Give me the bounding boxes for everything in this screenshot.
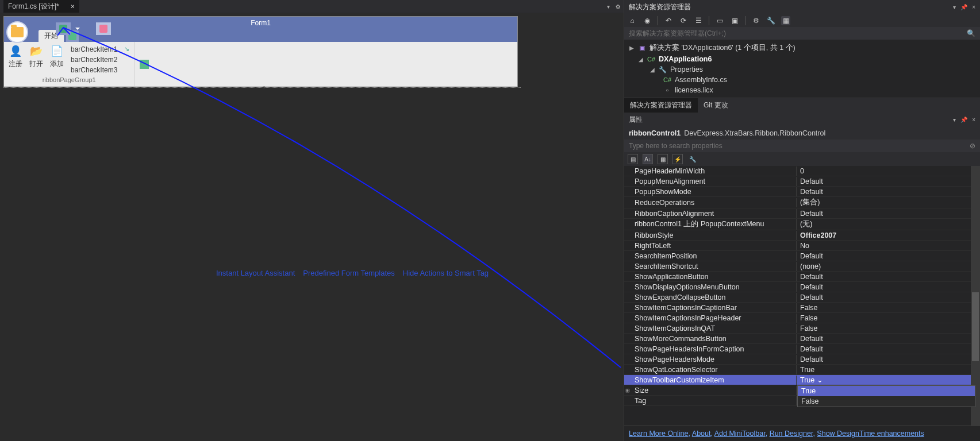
property-row[interactable]: SearchItemShortcut(none): [624, 261, 980, 272]
application-button[interactable]: [6, 21, 28, 43]
solution-search[interactable]: 🔍: [624, 27, 980, 40]
scrollbar-thumb[interactable]: [972, 292, 979, 361]
learn-more-link[interactable]: Learn More Online: [629, 430, 689, 438]
qat-add-item[interactable]: [96, 22, 111, 35]
file-node[interactable]: ▫ licenses.licx: [624, 85, 980, 95]
solution-root[interactable]: ▶ ▣ 解决方案 'DXApplication6' (1 个项目, 共 1 个): [624, 42, 980, 54]
add-ribbon-group-button[interactable]: [134, 42, 154, 86]
categorized-icon[interactable]: ▤: [628, 154, 638, 164]
property-value[interactable]: Default: [797, 177, 980, 186]
property-row[interactable]: ShowQatLocationSelectorTrue: [624, 365, 980, 375]
property-row[interactable]: ShowApplicationButtonDefault: [624, 272, 980, 282]
property-row[interactable]: ShowItemCaptionsInCaptionBarFalse: [624, 303, 980, 313]
qat-item[interactable]: [56, 22, 71, 35]
property-search-input[interactable]: [629, 142, 970, 150]
property-value[interactable]: Default: [797, 187, 980, 196]
property-row[interactable]: ShowDisplayOptionsMenuButtonDefault: [624, 282, 980, 292]
chevron-down-icon[interactable]: ⌄: [814, 376, 823, 384]
bar-check-item[interactable]: barCheckItem2: [71, 56, 117, 64]
bar-check-item[interactable]: barCheckItem1: [71, 45, 117, 53]
property-value[interactable]: (none): [797, 262, 980, 271]
property-search[interactable]: ⊘: [624, 140, 980, 152]
document-tab[interactable]: Form1.cs [设计]* ×: [3, 0, 79, 13]
property-row[interactable]: ShowItemCaptionsInQATFalse: [624, 323, 980, 334]
events-icon[interactable]: ⚡: [672, 154, 683, 164]
property-row[interactable]: RightToLeftNo: [624, 241, 980, 251]
property-value[interactable]: Default: [797, 252, 980, 261]
bar-check-item[interactable]: barCheckItem3: [71, 66, 117, 74]
property-row[interactable]: ShowToolbarCustomizeItemTrue ⌄: [624, 375, 980, 385]
ribbon-button-register[interactable]: 👤 注册: [9, 44, 22, 69]
collapse-icon[interactable]: ◢: [638, 56, 644, 63]
property-value[interactable]: Default: [797, 355, 980, 364]
file-node[interactable]: C# AssemblyInfo.cs: [624, 75, 980, 85]
property-value[interactable]: Default: [797, 209, 980, 218]
property-grid[interactable]: PageHeaderMinWidth0PopupMenuAlignmentDef…: [624, 166, 980, 425]
sync-icon[interactable]: ◉: [643, 16, 652, 25]
property-row[interactable]: ShowMoreCommandsButtonDefault: [624, 334, 980, 344]
property-row[interactable]: PageHeaderMinWidth0: [624, 166, 980, 176]
pin-icon[interactable]: 📌: [960, 4, 967, 10]
property-value[interactable]: False: [797, 303, 980, 312]
ribbon-button-open[interactable]: 📂 打开: [29, 44, 43, 69]
property-row[interactable]: ribbonControl1 上的 PopupContextMenu(无): [624, 219, 980, 230]
property-row[interactable]: RibbonCaptionAlignmentDefault: [624, 208, 980, 219]
property-value[interactable]: False: [797, 324, 980, 333]
property-row[interactable]: ReduceOperations(集合): [624, 197, 980, 208]
group-dialog-launcher-icon[interactable]: ↘: [124, 45, 129, 53]
solution-search-input[interactable]: [629, 29, 967, 37]
property-value[interactable]: (无): [797, 219, 980, 230]
show-all-icon[interactable]: ▭: [715, 16, 724, 25]
wrench-icon[interactable]: 🔧: [687, 154, 698, 164]
qat-dropdown[interactable]: [73, 22, 81, 35]
project-node[interactable]: ◢ C# DXApplication6: [624, 54, 980, 64]
close-icon[interactable]: ×: [972, 117, 975, 123]
property-value-dropdown[interactable]: True False: [797, 385, 975, 407]
collapse-icon[interactable]: ▣: [730, 16, 739, 25]
close-icon[interactable]: ×: [71, 2, 75, 10]
refresh-icon[interactable]: ⟳: [679, 16, 688, 25]
property-row[interactable]: ShowItemCaptionsInPageHeaderFalse: [624, 313, 980, 323]
property-value[interactable]: False: [797, 314, 980, 323]
ribbon-button-add[interactable]: 📄 添加: [50, 44, 64, 69]
instant-layout-link[interactable]: Instant Layout Assistant: [216, 269, 295, 277]
property-row[interactable]: ShowPageHeadersInFormCaptionDefault: [624, 344, 980, 354]
property-value[interactable]: True ⌄: [797, 375, 980, 385]
preview-icon[interactable]: ▦: [781, 16, 790, 25]
close-icon[interactable]: ×: [972, 4, 975, 10]
form-templates-link[interactable]: Predefined Form Templates: [303, 269, 394, 277]
property-pages-icon[interactable]: ▦: [658, 154, 668, 164]
designer-surface[interactable]: Form1 开始 👤 注册: [3, 16, 521, 407]
pin-icon[interactable]: 📌: [960, 117, 967, 123]
property-value[interactable]: Default: [797, 272, 980, 281]
property-row[interactable]: SearchItemPositionDefault: [624, 251, 980, 261]
search-icon[interactable]: 🔍: [967, 29, 975, 37]
property-row[interactable]: ShowPageHeadersModeDefault: [624, 354, 980, 365]
property-value[interactable]: Default: [797, 345, 980, 354]
dropdown-icon[interactable]: ▾: [953, 117, 956, 123]
collapse-icon[interactable]: ◢: [650, 67, 655, 73]
properties-node[interactable]: ◢ 🔧 Properties: [624, 64, 980, 75]
property-value[interactable]: 0: [797, 167, 980, 176]
property-value[interactable]: Default: [797, 283, 980, 292]
property-row[interactable]: RibbonStyleOffice2007: [624, 230, 980, 241]
wrench-icon[interactable]: 🔧: [766, 16, 775, 25]
expand-icon[interactable]: ⊞: [625, 388, 630, 393]
property-row[interactable]: PopupMenuAlignmentDefault: [624, 176, 980, 187]
property-value[interactable]: (集合): [797, 197, 980, 208]
properties-icon[interactable]: ⚙: [751, 16, 760, 25]
designed-form[interactable]: Form1 开始 👤 注册: [3, 16, 518, 87]
home-icon[interactable]: ⌂: [628, 16, 637, 25]
add-minitoolbar-link[interactable]: Add MiniToolbar: [714, 430, 766, 438]
property-object-selector[interactable]: ribbonControl1 DevExpress.XtraBars.Ribbo…: [624, 127, 980, 140]
property-row[interactable]: ShowExpandCollapseButtonDefault: [624, 292, 980, 303]
property-value[interactable]: Office2007: [797, 231, 980, 240]
property-value[interactable]: No: [797, 241, 980, 250]
property-row[interactable]: PopupShowModeDefault: [624, 187, 980, 197]
property-value[interactable]: True: [797, 365, 980, 374]
alphabetical-icon[interactable]: A↓: [643, 154, 653, 164]
property-value[interactable]: Default: [797, 334, 980, 343]
run-designer-link[interactable]: Run Designer: [770, 430, 813, 438]
chevron-down-icon[interactable]: ▾: [607, 3, 610, 10]
dropdown-icon[interactable]: ▾: [953, 4, 956, 10]
